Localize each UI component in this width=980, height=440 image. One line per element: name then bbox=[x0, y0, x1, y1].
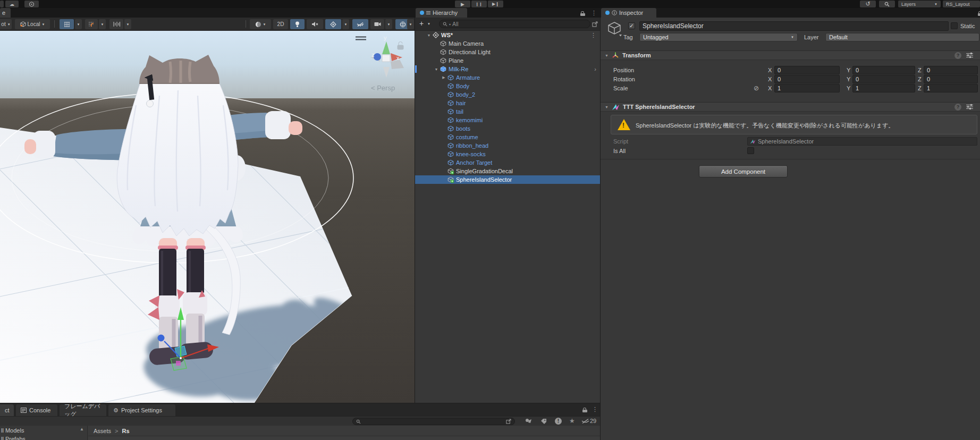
hierarchy-item-milk-re[interactable]: ▼Milk-Re› bbox=[415, 65, 601, 73]
scale-x-field[interactable] bbox=[774, 84, 840, 92]
tab-inspector[interactable]: Inspector bbox=[601, 8, 656, 18]
breadcrumb-current[interactable]: Rs bbox=[122, 428, 129, 434]
add-component-button[interactable]: Add Component bbox=[699, 165, 788, 177]
scene-menu-icon[interactable]: ⋮ bbox=[590, 32, 596, 39]
snap-increment-button[interactable] bbox=[109, 19, 123, 29]
hierarchy-item-hair[interactable]: hair bbox=[415, 99, 601, 107]
rotation-x-field[interactable] bbox=[774, 75, 840, 83]
hierarchy-item-singlegradationdecal[interactable]: SingleGradationDecal bbox=[415, 167, 601, 175]
handle-space-dropdown[interactable]: Local▼ bbox=[15, 19, 50, 29]
create-caret[interactable]: ▼ bbox=[427, 22, 430, 26]
label-tag-icon[interactable] bbox=[540, 418, 547, 425]
scene-header-row[interactable]: ▼ WS* ⋮ bbox=[415, 31, 601, 39]
scroll-up-icon[interactable]: ▲ bbox=[80, 427, 84, 431]
hierarchy-item-armature[interactable]: ▶Armature bbox=[415, 73, 601, 82]
tag-dropdown[interactable]: Untagged▼ bbox=[639, 33, 798, 41]
pivot-dropdown-cut[interactable]: ot▼ bbox=[0, 19, 12, 29]
transform-header[interactable]: ▼ Transform ? bbox=[601, 50, 980, 60]
ttt-component-header[interactable]: ▼ TTT SphereIslandSelector ? bbox=[601, 102, 980, 112]
snap-grid-button[interactable] bbox=[85, 19, 98, 29]
camera-settings-button[interactable] bbox=[370, 19, 384, 29]
services-button[interactable] bbox=[24, 1, 39, 7]
help-icon[interactable]: ? bbox=[954, 104, 961, 111]
hierarchy-item-anchor-target[interactable]: Anchor Target bbox=[415, 158, 601, 167]
grid-visibility-button[interactable] bbox=[60, 19, 74, 29]
help-icon[interactable]: ? bbox=[954, 52, 961, 59]
step-button[interactable]: ▶❙ bbox=[488, 1, 503, 7]
layers-dropdown[interactable]: Layers▼ bbox=[898, 1, 941, 7]
2d-toggle-button[interactable]: 2D bbox=[273, 19, 288, 29]
scale-z-field[interactable] bbox=[924, 84, 978, 92]
hierarchy-item-costume[interactable]: costume bbox=[415, 133, 601, 141]
chevron-right-icon[interactable]: › bbox=[594, 66, 596, 72]
pick-window-icon[interactable] bbox=[592, 21, 598, 27]
favorite-all-models[interactable]: ll Models bbox=[0, 426, 87, 434]
position-z-field[interactable] bbox=[924, 66, 978, 74]
breadcrumb-assets[interactable]: Assets bbox=[94, 428, 111, 434]
static-checkbox[interactable] bbox=[951, 22, 958, 29]
tab-hierarchy[interactable]: Hierarchy bbox=[416, 8, 467, 18]
search-by-type-icon[interactable] bbox=[525, 418, 532, 425]
gizmo-z-ball[interactable] bbox=[374, 53, 381, 61]
pause-button[interactable]: ❙❙ bbox=[471, 1, 487, 7]
tab-scene-cut[interactable]: e bbox=[0, 8, 11, 18]
gameobject-name-field[interactable] bbox=[639, 21, 949, 31]
effects-button[interactable] bbox=[325, 19, 341, 29]
draw-mode-dropdown[interactable]: ▼ bbox=[250, 19, 271, 29]
hierarchy-item-body[interactable]: Body bbox=[415, 82, 601, 90]
hierarchy-item-plane[interactable]: Plane bbox=[415, 56, 601, 65]
hierarchy-lock-icon[interactable] bbox=[580, 11, 585, 16]
tab-console[interactable]: Console bbox=[16, 404, 57, 416]
scale-y-field[interactable] bbox=[852, 84, 915, 92]
camera-caret[interactable]: ▼ bbox=[385, 19, 392, 29]
hierarchy-search-input[interactable]: ▾ All bbox=[439, 20, 590, 28]
error-filter-icon[interactable]: ! bbox=[555, 418, 562, 425]
constrain-proportions-icon[interactable]: ⊘ bbox=[754, 84, 759, 92]
rotation-z-field[interactable] bbox=[924, 75, 978, 83]
increment-caret[interactable]: ▼ bbox=[124, 19, 131, 29]
create-button[interactable]: + bbox=[419, 19, 424, 28]
presets-icon[interactable] bbox=[966, 104, 973, 110]
script-object-field[interactable]: SphereIslandSelector bbox=[747, 137, 977, 146]
tab-frame-debug[interactable]: フレームデバッグ bbox=[60, 404, 106, 416]
foldout-arrow[interactable]: ▼ bbox=[426, 33, 432, 37]
hidden-count-eye-icon[interactable] bbox=[581, 418, 589, 424]
project-menu-icon[interactable]: ⋮ bbox=[592, 406, 598, 413]
asset-grid-area[interactable] bbox=[88, 436, 600, 440]
active-checkbox[interactable]: ✓ bbox=[628, 22, 635, 29]
project-search-input[interactable] bbox=[352, 418, 515, 425]
snap-options-caret[interactable]: ▼ bbox=[99, 19, 106, 29]
scene-visibility-button[interactable] bbox=[352, 19, 368, 29]
position-x-field[interactable] bbox=[774, 66, 840, 74]
foldout-arrow[interactable]: ▶ bbox=[441, 75, 447, 80]
tab-project-cut[interactable]: ct bbox=[0, 404, 14, 416]
effects-caret[interactable]: ▼ bbox=[342, 19, 349, 29]
rotation-y-field[interactable] bbox=[852, 75, 915, 83]
hierarchy-item-kemomimi[interactable]: kemomimi bbox=[415, 116, 601, 124]
foldout-arrow[interactable]: ▼ bbox=[605, 54, 609, 57]
favorites-star-icon[interactable]: ★ bbox=[569, 417, 575, 425]
hierarchy-item-directional-light[interactable]: Directional Light bbox=[415, 48, 601, 56]
favorite-all-prefabs[interactable]: ll Prefabs bbox=[0, 434, 87, 440]
scene-viewport[interactable]: y x z < Persp bbox=[0, 31, 415, 403]
hierarchy-item-sphereislandselector[interactable]: SphereIslandSelector bbox=[415, 175, 601, 184]
play-button[interactable]: ▶ bbox=[455, 1, 470, 7]
layer-dropdown[interactable]: Default bbox=[825, 33, 979, 41]
scene-lighting-button[interactable] bbox=[290, 19, 305, 29]
tab-project-settings[interactable]: ⚙ Project Settings bbox=[108, 404, 175, 416]
hierarchy-item-knee-socks[interactable]: knee-socks bbox=[415, 150, 601, 158]
layout-dropdown[interactable]: RS_Layout bbox=[943, 1, 980, 7]
grid-options-caret[interactable]: ▼ bbox=[75, 19, 82, 29]
hierarchy-item-main-camera[interactable]: Main Camera bbox=[415, 39, 601, 48]
cloud-button[interactable]: ☁ bbox=[5, 1, 19, 7]
position-y-field[interactable] bbox=[852, 66, 915, 74]
inspector-lock-icon[interactable] bbox=[978, 11, 980, 16]
hierarchy-item-tail[interactable]: tail bbox=[415, 107, 601, 116]
hierarchy-item-ribbon-head[interactable]: ribbon_head bbox=[415, 141, 601, 150]
hierarchy-item-boots[interactable]: boots bbox=[415, 124, 601, 133]
hierarchy-menu-icon[interactable]: ⋮ bbox=[591, 10, 597, 16]
search-everything-button[interactable] bbox=[879, 1, 895, 7]
gizmos-caret[interactable]: ▼ bbox=[407, 19, 414, 29]
scene-audio-button[interactable] bbox=[307, 19, 323, 29]
account-button-cut[interactable] bbox=[0, 1, 4, 7]
